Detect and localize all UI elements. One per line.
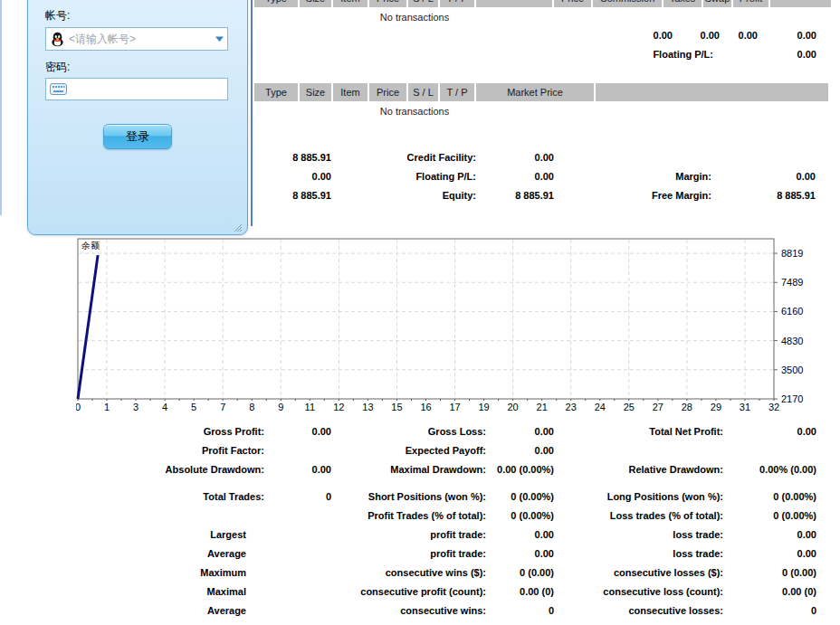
column-header-sl[interactable]: S / L (408, 83, 438, 101)
column-header-blank-end (596, 83, 828, 101)
svg-text:24: 24 (595, 402, 606, 412)
stat-label: consecutive profit (count): (360, 586, 486, 598)
svg-text:15: 15 (391, 402, 402, 412)
stat-label: profit trade: (430, 529, 486, 541)
svg-text:20: 20 (508, 402, 519, 412)
svg-text:28: 28 (682, 402, 692, 412)
column-header-commission[interactable]: Commission (593, 0, 662, 7)
column-header-close-price[interactable]: Price (554, 0, 591, 7)
account-label: 帐号: (45, 8, 70, 24)
stat-value: 0 (0.00%) (511, 510, 554, 522)
summary-balance-value: 8 885.91 (292, 152, 331, 164)
chevron-down-icon[interactable] (211, 35, 227, 43)
svg-text:6160: 6160 (781, 306, 803, 317)
equity-label: Equity: (443, 190, 476, 202)
column-header-size[interactable]: Size (300, 83, 331, 101)
stat-label: consecutive loss (count): (603, 586, 723, 598)
column-header-taxes[interactable]: Taxes (663, 0, 702, 7)
password-label: 密码: (45, 60, 70, 75)
column-header-size[interactable]: Size (300, 0, 331, 7)
window-inner-border (251, 0, 253, 226)
stat-label: Absolute Drawdown: (166, 464, 264, 476)
margin-label: Margin: (675, 171, 711, 183)
account-combobox[interactable] (45, 27, 228, 51)
history-total-taxes: 0.00 (701, 30, 720, 42)
credit-facility-value: 0.00 (535, 152, 554, 164)
svg-text:3: 3 (133, 402, 138, 412)
stat-value: 0 (326, 491, 331, 503)
stat-label: Long Positions (won %): (607, 491, 723, 503)
stat-label: Maximum (200, 567, 246, 579)
summary-deposit-value: 8 885.91 (292, 190, 331, 202)
stat-value: 0.00% (0.00) (759, 464, 816, 476)
trading-terminal-screen: Type Size Item Price S / L T / P Price C… (0, 0, 840, 625)
stat-value: 0.00 (797, 529, 816, 541)
column-header-item[interactable]: Item (333, 0, 368, 7)
history-total-swap: 0.00 (739, 30, 758, 42)
stat-value: 0.00 (535, 445, 554, 457)
stat-value: 0.00 (0) (520, 586, 554, 598)
password-input[interactable] (67, 83, 227, 96)
svg-text:11: 11 (305, 402, 315, 412)
svg-text:21: 21 (537, 402, 548, 412)
column-header-item[interactable]: Item (333, 83, 368, 101)
equity-value: 8 885.91 (515, 190, 554, 202)
balance-chart-svg: 8819748961604830350021700134578911121315… (76, 237, 840, 418)
floating-pl-label: Floating P/L: (653, 49, 713, 61)
qq-penguin-icon (50, 32, 65, 47)
svg-text:12: 12 (333, 402, 344, 412)
open-trades-no-transactions: No transactions (342, 106, 487, 118)
stat-value: 0.00 (312, 464, 331, 476)
column-header-tp[interactable]: T / P (440, 83, 474, 101)
column-header-price[interactable]: Price (369, 83, 406, 101)
column-header-tp[interactable]: T / P (440, 0, 474, 7)
svg-text:23: 23 (566, 402, 577, 412)
column-header-sl[interactable]: S / L (408, 0, 438, 7)
resize-grip-icon[interactable] (233, 220, 243, 230)
column-header-type[interactable]: Type (254, 0, 298, 7)
stat-value: 0 (811, 605, 816, 617)
balance-chart: 8819748961604830350021700134578911121315… (76, 237, 840, 418)
stat-value: 0 (0.00) (520, 567, 554, 579)
svg-text:31: 31 (740, 402, 750, 412)
qq-login-panel: 帐号: 密码: (27, 0, 248, 235)
svg-text:5: 5 (191, 402, 196, 412)
login-button[interactable]: 登录 (103, 124, 172, 149)
floating-pl-value: 0.00 (797, 49, 816, 61)
free-margin-value: 8 885.91 (777, 190, 816, 202)
credit-facility-label: Credit Facility: (407, 152, 476, 164)
column-header-type[interactable]: Type (254, 83, 298, 101)
stat-value: 0 (0.00%) (511, 491, 554, 503)
stat-label: consecutive wins ($): (386, 567, 486, 579)
column-header-blank[interactable] (476, 0, 552, 7)
column-header-profit[interactable]: Profit (733, 0, 768, 7)
stat-label: consecutive losses: (628, 605, 723, 617)
password-field[interactable] (45, 78, 228, 100)
stat-label: consecutive losses ($): (614, 567, 723, 579)
svg-text:7489: 7489 (781, 277, 803, 288)
column-header-price[interactable]: Price (369, 0, 406, 7)
stat-label: Total Trades: (203, 491, 264, 503)
stat-label: loss trade: (673, 529, 723, 541)
history-no-transactions: No transactions (342, 12, 487, 24)
stat-label: Loss trades (% of total): (610, 510, 723, 522)
svg-text:8: 8 (249, 402, 254, 412)
svg-text:4830: 4830 (781, 336, 803, 346)
stat-label: Profit Factor: (202, 445, 264, 457)
window-left-edge (0, 0, 2, 215)
stat-value: 0.00 (312, 426, 331, 438)
stat-label: Average (207, 605, 246, 617)
account-input[interactable] (65, 33, 211, 45)
stat-label: Short Positions (won %): (368, 491, 486, 503)
stat-label: consecutive wins: (400, 605, 486, 617)
stat-value: 0.00 (535, 529, 554, 541)
stat-label: Expected Payoff: (406, 445, 486, 457)
stat-label: Maximal (207, 586, 246, 598)
column-header-market-price[interactable]: Market Price (476, 83, 594, 101)
svg-text:29: 29 (711, 402, 721, 412)
svg-text:2170: 2170 (781, 393, 803, 404)
history-total-commission: 0.00 (654, 30, 673, 42)
svg-text:13: 13 (362, 402, 373, 412)
keyboard-icon (50, 83, 67, 95)
column-header-swap[interactable]: Swap (703, 0, 731, 7)
